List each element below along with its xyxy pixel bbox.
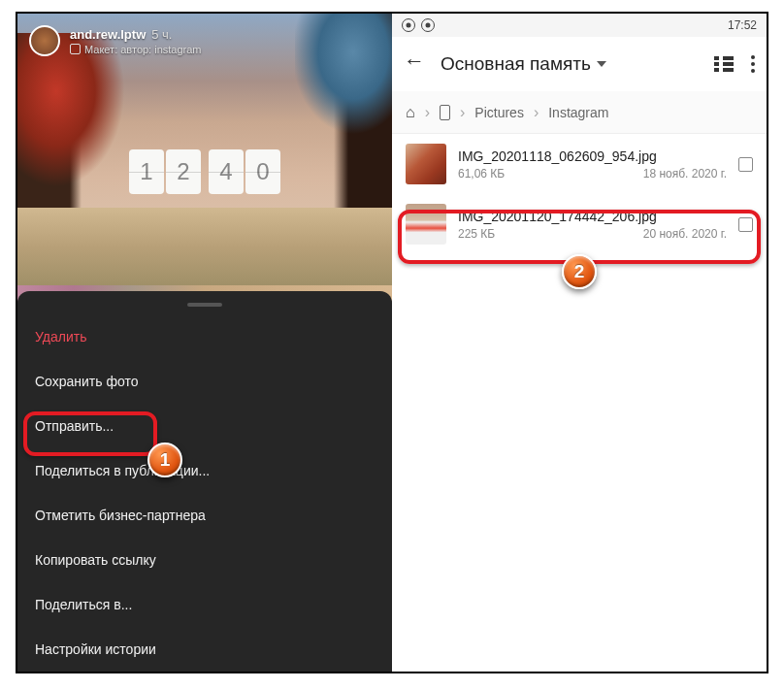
callout-badge-2: 2 <box>562 254 597 289</box>
username[interactable]: and.rew.lptw <box>70 27 146 42</box>
clock-widget: 1 2 4 0 <box>129 149 280 194</box>
file-date: 20 нояб. 2020 г. <box>643 227 727 241</box>
file-checkbox[interactable] <box>738 217 753 232</box>
breadcrumb-separator: › <box>460 104 465 121</box>
viber-icon <box>402 18 415 32</box>
menu-delete[interactable]: Удалить <box>17 314 392 359</box>
status-time: 17:52 <box>728 18 757 32</box>
breadcrumb-separator: › <box>425 104 430 121</box>
clock-digit: 0 <box>245 149 280 194</box>
file-checkbox[interactable] <box>738 157 753 172</box>
device-icon[interactable] <box>440 105 450 120</box>
file-manager-panel: 17:52 Основная память ⌂ › › Pictures › I… <box>392 14 767 672</box>
story-subtitle: Макет: автор: instagram <box>84 44 202 55</box>
toolbar-title: Основная память <box>441 53 591 75</box>
back-button[interactable] <box>404 54 423 74</box>
callout-badge-1: 1 <box>147 443 182 477</box>
menu-story-settings[interactable]: Настройки истории <box>17 627 392 672</box>
avatar[interactable] <box>29 25 60 56</box>
file-size: 225 КБ <box>458 227 495 241</box>
breadcrumb-instagram[interactable]: Instagram <box>548 105 608 120</box>
menu-tag-partner[interactable]: Отметить бизнес-партнера <box>17 493 392 538</box>
toolbar-title-dropdown[interactable]: Основная память <box>441 53 697 75</box>
file-thumbnail <box>406 204 446 245</box>
file-date: 18 нояб. 2020 г. <box>643 167 727 180</box>
clock-digit: 1 <box>129 149 164 194</box>
home-icon[interactable]: ⌂ <box>406 104 415 121</box>
story-time: 5 ч. <box>151 27 172 42</box>
file-size: 61,06 КБ <box>458 167 505 180</box>
clock-digit: 4 <box>209 149 244 194</box>
menu-copy-link[interactable]: Копировать ссылку <box>17 538 392 582</box>
file-name: IMG_20201120_174442_206.jpg <box>458 209 727 224</box>
breadcrumb-separator: › <box>534 104 539 121</box>
file-row[interactable]: IMG_20201118_062609_954.jpg 61,06 КБ 18 … <box>392 134 767 194</box>
menu-send[interactable]: Отправить... <box>17 404 392 448</box>
sheet-handle[interactable] <box>187 303 222 307</box>
bottom-sheet: Удалить Сохранить фото Отправить... Поде… <box>17 291 392 672</box>
chevron-down-icon <box>597 61 606 67</box>
menu-share-to[interactable]: Поделиться в... <box>17 582 392 627</box>
menu-save-photo[interactable]: Сохранить фото <box>17 359 392 404</box>
more-button[interactable] <box>751 55 755 73</box>
viber-icon <box>421 18 435 32</box>
file-row[interactable]: IMG_20201120_174442_206.jpg 225 КБ 20 но… <box>392 194 767 254</box>
clock-digit: 2 <box>166 149 201 194</box>
instagram-story-panel: 1 2 4 0 and.rew.lptw 5 ч. Макет: автор: … <box>17 14 392 672</box>
breadcrumb: ⌂ › › Pictures › Instagram <box>392 91 767 134</box>
toolbar: Основная память <box>392 37 767 91</box>
view-list-button[interactable] <box>714 56 734 72</box>
story-header: and.rew.lptw 5 ч. Макет: автор: instagra… <box>29 25 380 56</box>
breadcrumb-pictures[interactable]: Pictures <box>474 105 524 120</box>
file-name: IMG_20201118_062609_954.jpg <box>458 148 727 164</box>
layout-icon <box>70 44 81 54</box>
file-thumbnail <box>406 144 446 184</box>
menu-share-post[interactable]: Поделиться в публикации... <box>17 448 392 493</box>
status-bar: 17:52 <box>392 14 767 37</box>
